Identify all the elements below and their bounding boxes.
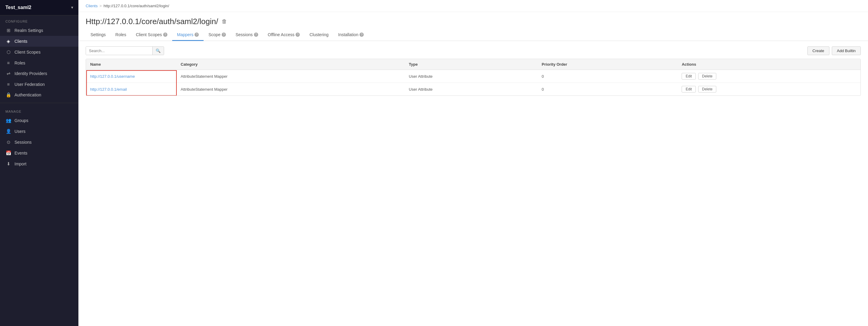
sidebar-item-groups[interactable]: 👥 Groups bbox=[0, 115, 79, 126]
sidebar-item-realm-settings[interactable]: ⊞ Realm Settings bbox=[0, 25, 79, 36]
name-cell-2: http://127.0.0.1/email bbox=[86, 83, 177, 96]
identity-providers-icon: ⇌ bbox=[5, 71, 11, 76]
search-icon: 🔍 bbox=[156, 48, 161, 53]
sidebar-item-client-scopes[interactable]: ⬡ Client Scopes bbox=[0, 47, 79, 58]
create-button[interactable]: Create bbox=[807, 46, 829, 55]
actions-cell-1: Edit Delete bbox=[677, 70, 861, 83]
tab-roles[interactable]: Roles bbox=[111, 29, 131, 41]
mapper-name-link-1[interactable]: http://127.0.0.1/username bbox=[90, 74, 135, 79]
sidebar-item-label: Identity Providers bbox=[14, 71, 47, 76]
sessions-help-icon[interactable]: ? bbox=[254, 33, 258, 37]
sidebar: Test_saml2 ▾ Configure ⊞ Realm Settings … bbox=[0, 0, 79, 326]
table-row: http://127.0.0.1/username AttributeState… bbox=[86, 70, 861, 83]
type-cell-2: User Attribute bbox=[405, 83, 538, 96]
sidebar-item-identity-providers[interactable]: ⇌ Identity Providers bbox=[0, 68, 79, 79]
type-cell-1: User Attribute bbox=[405, 70, 538, 83]
authentication-icon: 🔒 bbox=[5, 92, 11, 98]
table-row: http://127.0.0.1/email AttributeStatemen… bbox=[86, 83, 861, 96]
realm-name: Test_saml2 bbox=[5, 5, 31, 10]
breadcrumb-current: http://127.0.0.1/core/auth/saml2/login/ bbox=[103, 4, 169, 8]
col-actions: Actions bbox=[677, 59, 861, 70]
name-cell-1: http://127.0.0.1/username bbox=[86, 70, 177, 83]
clients-icon: ◈ bbox=[5, 39, 11, 44]
category-cell-2: AttributeStatement Mapper bbox=[177, 83, 405, 96]
scope-help-icon[interactable]: ? bbox=[222, 33, 226, 37]
groups-icon: 👥 bbox=[5, 118, 11, 123]
import-icon: ⬇ bbox=[5, 161, 11, 167]
search-button[interactable]: 🔍 bbox=[152, 47, 164, 55]
delete-button-2[interactable]: Delete bbox=[698, 86, 717, 93]
tab-sessions[interactable]: Sessions ? bbox=[231, 29, 263, 41]
realm-selector[interactable]: Test_saml2 ▾ bbox=[0, 0, 79, 15]
mappers-help-icon[interactable]: ? bbox=[194, 33, 199, 37]
sidebar-item-label: Authentication bbox=[14, 93, 41, 97]
toolbar-actions: Create Add Builtin bbox=[807, 46, 861, 55]
add-builtin-button[interactable]: Add Builtin bbox=[832, 46, 861, 55]
user-federation-icon: ≡ bbox=[5, 82, 11, 87]
page-title-bar: Http://127.0.0.1/core/auth/saml2/login/ … bbox=[79, 12, 868, 26]
sidebar-item-label: Clients bbox=[14, 39, 27, 44]
sidebar-item-clients[interactable]: ◈ Clients bbox=[0, 36, 79, 47]
sidebar-divider bbox=[0, 103, 79, 103]
configure-section-label: Configure bbox=[0, 15, 79, 25]
client-scopes-help-icon[interactable]: ? bbox=[163, 33, 167, 37]
content-area: 🔍 Create Add Builtin Name Category Type … bbox=[79, 41, 868, 326]
installation-help-icon[interactable]: ? bbox=[360, 33, 364, 37]
tab-installation[interactable]: Installation ? bbox=[333, 29, 369, 41]
sidebar-item-label: Client Scopes bbox=[14, 50, 40, 55]
sidebar-item-label: Groups bbox=[14, 118, 28, 123]
sessions-icon: ⊙ bbox=[5, 139, 11, 145]
tab-scope[interactable]: Scope ? bbox=[204, 29, 231, 41]
tab-clustering[interactable]: Clustering bbox=[305, 29, 333, 41]
tab-settings[interactable]: Settings bbox=[86, 29, 111, 41]
search-bar: 🔍 bbox=[86, 46, 164, 55]
table: Name Category Type Priority Order Action… bbox=[86, 59, 861, 96]
tab-mappers[interactable]: Mappers ? bbox=[172, 29, 204, 41]
category-cell-1: AttributeStatement Mapper bbox=[177, 70, 405, 83]
breadcrumb: Clients > http://127.0.0.1/core/auth/sam… bbox=[79, 0, 868, 12]
sidebar-item-label: Events bbox=[14, 151, 27, 156]
users-icon: 👤 bbox=[5, 129, 11, 134]
sidebar-item-label: Import bbox=[14, 162, 27, 166]
table-body: http://127.0.0.1/username AttributeState… bbox=[86, 70, 861, 96]
sidebar-item-sessions[interactable]: ⊙ Sessions bbox=[0, 137, 79, 148]
chevron-down-icon: ▾ bbox=[71, 5, 73, 10]
sidebar-item-label: Sessions bbox=[14, 140, 32, 144]
sidebar-item-roles[interactable]: ≡ Roles bbox=[0, 58, 79, 68]
sidebar-item-label: User Federation bbox=[14, 82, 44, 87]
sidebar-item-users[interactable]: 👤 Users bbox=[0, 126, 79, 137]
mapper-name-link-2[interactable]: http://127.0.0.1/email bbox=[90, 87, 127, 92]
sidebar-item-authentication[interactable]: 🔒 Authentication bbox=[0, 90, 79, 100]
sidebar-item-label: Realm Settings bbox=[14, 28, 43, 33]
col-priority-order: Priority Order bbox=[537, 59, 677, 70]
sidebar-item-events[interactable]: 📅 Events bbox=[0, 148, 79, 159]
col-category: Category bbox=[177, 59, 405, 70]
events-icon: 📅 bbox=[5, 150, 11, 156]
delete-icon[interactable]: 🗑 bbox=[222, 19, 227, 25]
col-name: Name bbox=[86, 59, 177, 70]
edit-button-1[interactable]: Edit bbox=[682, 73, 696, 79]
edit-button-2[interactable]: Edit bbox=[682, 86, 696, 93]
breadcrumb-separator: > bbox=[99, 4, 102, 8]
tab-offline-access[interactable]: Offline Access ? bbox=[263, 29, 305, 41]
roles-icon: ≡ bbox=[5, 60, 11, 65]
manage-section-label: Manage bbox=[0, 105, 79, 115]
search-input[interactable] bbox=[86, 47, 152, 55]
sidebar-item-label: Users bbox=[14, 129, 26, 134]
delete-button-1[interactable]: Delete bbox=[698, 73, 717, 79]
toolbar: 🔍 Create Add Builtin bbox=[86, 46, 861, 55]
col-type: Type bbox=[405, 59, 538, 70]
sidebar-item-import[interactable]: ⬇ Import bbox=[0, 159, 79, 169]
client-scopes-icon: ⬡ bbox=[5, 50, 11, 55]
offline-access-help-icon[interactable]: ? bbox=[296, 33, 300, 37]
tabs-bar: Settings Roles Client Scopes ? Mappers ?… bbox=[79, 29, 868, 41]
priority-cell-2: 0 bbox=[537, 83, 677, 96]
main-content: Clients > http://127.0.0.1/core/auth/sam… bbox=[79, 0, 868, 326]
page-title: Http://127.0.0.1/core/auth/saml2/login/ bbox=[86, 17, 218, 26]
breadcrumb-clients-link[interactable]: Clients bbox=[86, 4, 98, 8]
table-header: Name Category Type Priority Order Action… bbox=[86, 59, 861, 70]
actions-cell-2: Edit Delete bbox=[677, 83, 861, 96]
realm-settings-icon: ⊞ bbox=[5, 28, 11, 33]
sidebar-item-user-federation[interactable]: ≡ User Federation bbox=[0, 79, 79, 90]
tab-client-scopes[interactable]: Client Scopes ? bbox=[131, 29, 172, 41]
